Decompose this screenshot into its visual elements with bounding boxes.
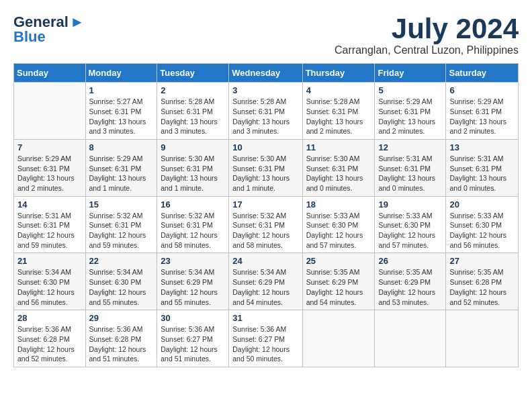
table-row: 22Sunrise: 5:34 AMSunset: 6:30 PMDayligh…: [85, 253, 157, 310]
table-row: 24Sunrise: 5:34 AMSunset: 6:29 PMDayligh…: [229, 253, 302, 310]
day-number: 20: [449, 199, 515, 210]
day-info: Sunrise: 5:31 AMSunset: 6:31 PMDaylight:…: [378, 154, 442, 193]
table-row: 10Sunrise: 5:30 AMSunset: 6:31 PMDayligh…: [229, 139, 302, 196]
table-row: 14Sunrise: 5:31 AMSunset: 6:31 PMDayligh…: [14, 196, 86, 253]
table-row: 18Sunrise: 5:33 AMSunset: 6:30 PMDayligh…: [302, 196, 375, 253]
day-number: 5: [378, 85, 442, 95]
table-row: 27Sunrise: 5:35 AMSunset: 6:28 PMDayligh…: [446, 253, 519, 310]
table-row: [302, 310, 375, 367]
day-info: Sunrise: 5:34 AMSunset: 6:29 PMDaylight:…: [161, 267, 225, 307]
table-row: 21Sunrise: 5:34 AMSunset: 6:30 PMDayligh…: [14, 253, 86, 310]
day-info: Sunrise: 5:34 AMSunset: 6:30 PMDaylight:…: [17, 267, 82, 307]
day-info: Sunrise: 5:31 AMSunset: 6:31 PMDaylight:…: [449, 154, 515, 193]
day-number: 10: [232, 142, 298, 152]
table-row: 23Sunrise: 5:34 AMSunset: 6:29 PMDayligh…: [157, 253, 229, 310]
title-section: July 2024 Carranglan, Central Luzon, Phi…: [335, 13, 519, 56]
day-info: Sunrise: 5:34 AMSunset: 6:29 PMDaylight:…: [232, 267, 298, 307]
page-header: General ► Blue July 2024 Carranglan, Cen…: [13, 13, 519, 56]
table-row: 29Sunrise: 5:36 AMSunset: 6:28 PMDayligh…: [85, 310, 157, 367]
table-row: 6Sunrise: 5:29 AMSunset: 6:31 PMDaylight…: [446, 83, 519, 140]
day-number: 23: [161, 256, 225, 266]
day-number: 18: [306, 199, 371, 210]
col-header-tuesday: Tuesday: [157, 64, 229, 83]
table-row: 5Sunrise: 5:29 AMSunset: 6:31 PMDaylight…: [375, 83, 446, 140]
day-number: 29: [89, 313, 154, 323]
day-info: Sunrise: 5:32 AMSunset: 6:31 PMDaylight:…: [232, 211, 298, 250]
day-number: 11: [306, 142, 371, 152]
day-number: 25: [306, 256, 371, 266]
day-info: Sunrise: 5:29 AMSunset: 6:31 PMDaylight:…: [449, 97, 515, 136]
logo: General ► Blue: [13, 13, 85, 46]
table-row: 16Sunrise: 5:32 AMSunset: 6:31 PMDayligh…: [157, 196, 229, 253]
table-row: 7Sunrise: 5:29 AMSunset: 6:31 PMDaylight…: [14, 139, 86, 196]
day-info: Sunrise: 5:35 AMSunset: 6:28 PMDaylight:…: [449, 267, 515, 307]
day-info: Sunrise: 5:28 AMSunset: 6:31 PMDaylight:…: [306, 97, 371, 136]
table-row: 17Sunrise: 5:32 AMSunset: 6:31 PMDayligh…: [229, 196, 302, 253]
day-number: 7: [17, 142, 82, 152]
day-info: Sunrise: 5:30 AMSunset: 6:31 PMDaylight:…: [232, 154, 298, 193]
day-number: 16: [161, 199, 225, 210]
calendar-table: SundayMondayTuesdayWednesdayThursdayFrid…: [13, 63, 519, 367]
day-number: 24: [232, 256, 298, 266]
day-info: Sunrise: 5:36 AMSunset: 6:27 PMDaylight:…: [232, 324, 298, 364]
day-info: Sunrise: 5:33 AMSunset: 6:30 PMDaylight:…: [378, 211, 442, 250]
day-number: 31: [232, 313, 298, 323]
col-header-sunday: Sunday: [14, 64, 86, 83]
day-info: Sunrise: 5:29 AMSunset: 6:31 PMDaylight:…: [378, 97, 442, 136]
day-info: Sunrise: 5:31 AMSunset: 6:31 PMDaylight:…: [17, 211, 82, 250]
table-row: 26Sunrise: 5:35 AMSunset: 6:29 PMDayligh…: [375, 253, 446, 310]
table-row: [14, 83, 86, 140]
day-number: 14: [17, 199, 82, 210]
day-number: 30: [161, 313, 225, 323]
day-info: Sunrise: 5:33 AMSunset: 6:30 PMDaylight:…: [306, 211, 371, 250]
day-number: 9: [161, 142, 225, 152]
table-row: 19Sunrise: 5:33 AMSunset: 6:30 PMDayligh…: [375, 196, 446, 253]
day-number: 8: [89, 142, 154, 152]
col-header-thursday: Thursday: [302, 64, 375, 83]
day-info: Sunrise: 5:34 AMSunset: 6:30 PMDaylight:…: [89, 267, 154, 307]
day-info: Sunrise: 5:27 AMSunset: 6:31 PMDaylight:…: [89, 97, 154, 136]
day-info: Sunrise: 5:36 AMSunset: 6:27 PMDaylight:…: [161, 324, 225, 364]
day-number: 19: [378, 199, 442, 210]
col-header-monday: Monday: [85, 64, 157, 83]
day-number: 4: [306, 85, 371, 95]
table-row: 2Sunrise: 5:28 AMSunset: 6:31 PMDaylight…: [157, 83, 229, 140]
day-number: 21: [17, 256, 82, 266]
table-row: 4Sunrise: 5:28 AMSunset: 6:31 PMDaylight…: [302, 83, 375, 140]
table-row: 12Sunrise: 5:31 AMSunset: 6:31 PMDayligh…: [375, 139, 446, 196]
day-info: Sunrise: 5:29 AMSunset: 6:31 PMDaylight:…: [17, 154, 82, 193]
table-row: 30Sunrise: 5:36 AMSunset: 6:27 PMDayligh…: [157, 310, 229, 367]
day-info: Sunrise: 5:30 AMSunset: 6:31 PMDaylight:…: [161, 154, 225, 193]
day-number: 17: [232, 199, 298, 210]
day-info: Sunrise: 5:36 AMSunset: 6:28 PMDaylight:…: [17, 324, 82, 364]
day-number: 26: [378, 256, 442, 266]
table-row: 3Sunrise: 5:28 AMSunset: 6:31 PMDaylight…: [229, 83, 302, 140]
day-number: 2: [161, 85, 225, 95]
table-row: 25Sunrise: 5:35 AMSunset: 6:29 PMDayligh…: [302, 253, 375, 310]
day-info: Sunrise: 5:29 AMSunset: 6:31 PMDaylight:…: [89, 154, 154, 193]
day-number: 27: [449, 256, 515, 266]
day-info: Sunrise: 5:33 AMSunset: 6:30 PMDaylight:…: [449, 211, 515, 250]
day-number: 28: [17, 313, 82, 323]
day-info: Sunrise: 5:36 AMSunset: 6:28 PMDaylight:…: [89, 324, 154, 364]
day-info: Sunrise: 5:35 AMSunset: 6:29 PMDaylight:…: [306, 267, 371, 307]
day-number: 3: [232, 85, 298, 95]
table-row: 20Sunrise: 5:33 AMSunset: 6:30 PMDayligh…: [446, 196, 519, 253]
table-row: 8Sunrise: 5:29 AMSunset: 6:31 PMDaylight…: [85, 139, 157, 196]
logo-bird-icon: ►: [70, 13, 85, 31]
day-number: 22: [89, 256, 154, 266]
table-row: 13Sunrise: 5:31 AMSunset: 6:31 PMDayligh…: [446, 139, 519, 196]
table-row: [446, 310, 519, 367]
table-row: 15Sunrise: 5:32 AMSunset: 6:31 PMDayligh…: [85, 196, 157, 253]
table-row: 1Sunrise: 5:27 AMSunset: 6:31 PMDaylight…: [85, 83, 157, 140]
day-info: Sunrise: 5:32 AMSunset: 6:31 PMDaylight:…: [89, 211, 154, 250]
table-row: 11Sunrise: 5:30 AMSunset: 6:31 PMDayligh…: [302, 139, 375, 196]
day-number: 13: [449, 142, 515, 152]
day-number: 12: [378, 142, 442, 152]
logo-blue: Blue: [13, 28, 46, 46]
day-info: Sunrise: 5:32 AMSunset: 6:31 PMDaylight:…: [161, 211, 225, 250]
day-number: 15: [89, 199, 154, 210]
table-row: 31Sunrise: 5:36 AMSunset: 6:27 PMDayligh…: [229, 310, 302, 367]
col-header-friday: Friday: [375, 64, 446, 83]
month-year-title: July 2024: [335, 13, 519, 44]
